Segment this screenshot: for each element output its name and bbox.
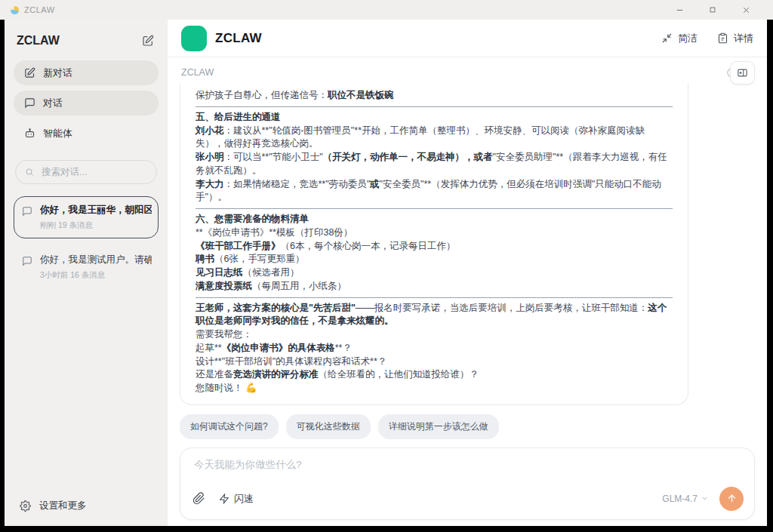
- suggestion-chip[interactable]: 详细说明第一步该怎么做: [378, 414, 499, 439]
- compress-icon: [661, 32, 673, 44]
- message-paragraph: 您随时说！ 💪: [196, 382, 673, 395]
- side-panel-icon: [737, 67, 748, 78]
- sidebar-nav: 新对话对话智能体: [14, 60, 159, 151]
- message-paragraph: 五、给后进生的通道: [196, 111, 673, 125]
- chat-icon: [24, 97, 35, 109]
- search-input[interactable]: [40, 166, 147, 178]
- main-panel: ZCLAW 简洁 详情 ZCLAW: [168, 20, 767, 526]
- detail-view-label: 详情: [734, 32, 753, 45]
- model-label: GLM-4.7: [662, 494, 698, 504]
- bot-icon: [24, 128, 35, 139]
- message-paragraph: 王老师，这套方案的核心是"先苦后甜"——报名时要写承诺，当选后要培训，上岗后要考…: [196, 302, 673, 329]
- message-paragraph: 六、您需要准备的物料清单: [196, 213, 673, 226]
- message-paragraph: 设计**"班干部培训"的具体课程内容和话术**？: [196, 355, 673, 369]
- message-paragraph: 见习日志纸（候选者用）: [196, 266, 673, 280]
- flash-mode-button[interactable]: 闪速: [219, 492, 254, 506]
- chat-tools: [725, 61, 755, 85]
- close-icon: [742, 6, 750, 14]
- gear-icon: [20, 500, 31, 512]
- message-text-segment: 张小明: [196, 152, 224, 162]
- message-text-segment: ——报名时要写承诺，当选后要培训，上岗后要考核，让班干部知道：: [356, 303, 648, 313]
- main-header: ZCLAW 简洁 详情: [168, 20, 767, 57]
- message-paragraph: 需要我帮您：: [196, 328, 673, 342]
- detail-view-button[interactable]: 详情: [717, 32, 753, 45]
- compose-icon: [24, 67, 35, 78]
- message-text-segment: 竞选演讲的评分标准: [233, 369, 319, 380]
- toggle-side-panel-button[interactable]: [730, 61, 755, 85]
- message-text-segment: （每周五用，小纸条）: [252, 281, 346, 291]
- app-logo-icon: [11, 6, 19, 14]
- search-box[interactable]: [15, 160, 157, 184]
- message-text-segment: 满意度投票纸: [196, 281, 252, 291]
- message-text-segment: 还是准备: [196, 369, 233, 380]
- conversation-title: 你好，我是王丽华，朝阳区...: [40, 204, 152, 217]
- message-divider: [196, 106, 673, 107]
- message-text-segment: 需要我帮您：: [196, 329, 252, 340]
- conversation-item[interactable]: 你好，我是王丽华，朝阳区...刚刚 19 条消息: [14, 196, 159, 238]
- composer: 闪速 GLM-4.7: [180, 447, 755, 520]
- app-window: ZCLAW 新对话对话智能体 你好，我是王丽华，朝阳区...刚刚 19 条消息你…: [5, 20, 767, 526]
- compose-icon: [142, 35, 154, 47]
- message-text-segment: 《班干部工作手册》: [196, 241, 281, 251]
- message-paragraph: 还是准备竞选演讲的评分标准（给全班看的，让他们知道投给谁）？: [196, 368, 673, 382]
- message-text-segment: 见习日志纸: [196, 267, 243, 278]
- message-text-segment: （候选者用）: [243, 267, 300, 278]
- message-paragraph: **《岗位申请书》**模板（打印38份）: [196, 226, 673, 240]
- brand-name: ZCLAW: [215, 31, 262, 46]
- conversation-title: 你好，我是测试用户。请确...: [40, 254, 152, 266]
- message-paragraph: 《班干部工作手册》（6本，每个核心岗一本，记录每日工作）: [196, 240, 673, 254]
- conversation-item[interactable]: 你好，我是测试用户。请确...3小时前 16 条消息: [14, 246, 159, 288]
- message-paragraph: 李大力：如果情绪稳定，竞选**"劳动委员"或"安全委员"**（发挥体力优势，但必…: [196, 178, 673, 205]
- window-title: ZCLAW: [24, 5, 55, 14]
- message-text-segment: 刘小花: [196, 125, 224, 136]
- compact-view-button[interactable]: 简洁: [661, 32, 698, 45]
- message-text-segment: ：可以当**"节能小卫士": [224, 152, 323, 162]
- send-button[interactable]: [719, 487, 744, 511]
- settings-label: 设置和更多: [39, 500, 87, 512]
- chat-bubble-icon: [22, 206, 32, 231]
- message-input[interactable]: [191, 458, 744, 487]
- settings-and-more-button[interactable]: 设置和更多: [14, 494, 159, 518]
- sidebar-item-智能体[interactable]: 智能体: [14, 121, 159, 146]
- message-text-segment: 李大力: [196, 179, 224, 189]
- lightning-icon: [219, 494, 229, 504]
- message-text-segment: 起草**: [196, 343, 222, 353]
- message-text-segment: 设计**"班干部培训"的具体课程内容和话术**？: [196, 356, 386, 367]
- paperclip-icon: [192, 492, 205, 505]
- chat-bubble-icon: [22, 256, 32, 281]
- message-text-segment: 聘书: [196, 254, 214, 264]
- minimize-button[interactable]: [663, 0, 696, 20]
- minimize-icon: [676, 6, 684, 14]
- assistant-message-bubble: 保护孩子自尊心，但传递信号：职位不是铁饭碗五、给后进生的通道刘小花：建议从**"…: [180, 83, 688, 405]
- message-divider: [196, 208, 673, 209]
- suggestion-chips: 如何调试这个问题?可视化这些数据详细说明第一步该怎么做: [180, 414, 755, 439]
- maximize-button[interactable]: [696, 0, 729, 20]
- message-divider: [196, 297, 673, 298]
- flash-mode-label: 闪速: [234, 492, 254, 506]
- clipboard-icon: [717, 32, 728, 44]
- suggestion-chip[interactable]: 如何调试这个问题?: [180, 414, 279, 439]
- sidebar-item-label: 智能体: [43, 127, 72, 140]
- message-text-segment: 保护孩子自尊心，但传递信号：: [196, 90, 328, 100]
- message-text-segment: ：建议从**"轮值岗-图书管理员"**开始，工作简单（整理书）、环境安静、可以阅…: [196, 125, 645, 149]
- message-text-segment: （给全班看的，让他们知道投给谁）？: [319, 369, 479, 380]
- close-button[interactable]: [729, 0, 762, 20]
- attach-file-button[interactable]: [191, 490, 207, 506]
- search-icon: [25, 167, 34, 177]
- message-text-segment: **《岗位申请书》**模板（打印38份）: [196, 227, 353, 238]
- new-chat-compose-button[interactable]: [140, 33, 156, 48]
- sidebar-item-对话[interactable]: 对话: [14, 91, 159, 115]
- maximize-icon: [709, 6, 716, 14]
- message-text-segment: **？: [335, 343, 352, 353]
- message-text-segment: （6张，手写更郑重）: [214, 254, 304, 264]
- suggestion-chip[interactable]: 可视化这些数据: [286, 414, 371, 439]
- model-selector[interactable]: GLM-4.7: [662, 494, 709, 504]
- message-text-segment: 职位不是铁饭碗: [328, 90, 394, 100]
- sidebar-item-新对话[interactable]: 新对话: [14, 60, 159, 85]
- chevron-down-icon: [701, 494, 709, 503]
- message-text-segment: 或: [370, 179, 380, 189]
- sidebar-title: ZCLAW: [17, 34, 60, 48]
- sidebar-header: ZCLAW: [14, 29, 159, 60]
- compact-view-label: 简洁: [678, 32, 698, 45]
- message-text-segment: 五、给后进生的通道: [196, 112, 281, 122]
